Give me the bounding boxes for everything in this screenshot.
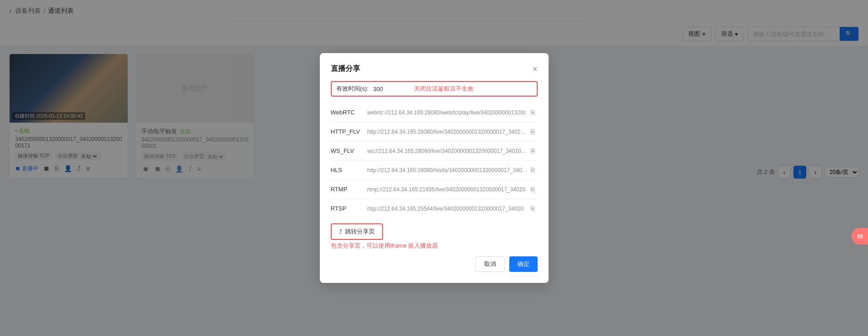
validity-input[interactable]	[373, 86, 410, 92]
httpflv-copy-button[interactable]: ⎘	[528, 127, 538, 136]
protocol-list: WebRTC webrtc://212.64.34.165:28080/webr…	[331, 103, 538, 218]
share-hint: 包含分享页，可以使用iframe 嵌入播放器	[331, 242, 538, 250]
share-page-label: 跳转分享页	[345, 228, 375, 236]
rtsp-label: RTSP	[331, 205, 367, 212]
rtmp-copy-button[interactable]: ⎘	[528, 184, 538, 194]
wsflv-url: ws://212.64.34.165:28080/live/3402000000…	[367, 148, 528, 154]
httpflv-label: HTTP_FLV	[331, 128, 367, 135]
modal-header: 直播分享 ×	[331, 64, 538, 74]
share-page-icon: ⤴	[339, 228, 342, 235]
webrtc-url: webrtc://212.64.34.165:28080/webrtc/play…	[367, 109, 528, 116]
share-page-button[interactable]: ⤴ 跳转分享页	[331, 223, 383, 240]
protocol-wsflv: WS_FLV ws://212.64.34.165:28080/live/340…	[331, 141, 538, 161]
rtsp-url: rtsp://212.64.34.165:25544/live/34020000…	[367, 206, 528, 212]
protocol-webrtc: WebRTC webrtc://212.64.34.165:28080/webr…	[331, 103, 538, 122]
protocol-hls: HLS http://212.64.34.165:28080/hls/ts/34…	[331, 161, 538, 180]
rtsp-copy-button[interactable]: ⎘	[528, 204, 538, 213]
floating-action-button[interactable]: ✉	[852, 228, 868, 244]
protocol-rtsp: RTSP rtsp://212.64.34.165:25544/live/340…	[331, 199, 538, 218]
hls-copy-button[interactable]: ⎘	[528, 165, 538, 175]
validity-label: 有效时间(s):	[336, 85, 369, 93]
cancel-button[interactable]: 取消	[475, 256, 505, 272]
hls-url: http://212.64.34.165:28080/hls/ts/340200…	[367, 167, 528, 173]
livestream-share-modal: 直播分享 × 有效时间(s): 关闭拉流鉴权后不生效 WebRTC webrtc…	[320, 53, 549, 283]
protocol-rtmp: RTMP rtmp://212.64.34.165:21935/live/340…	[331, 180, 538, 199]
rtmp-url: rtmp://212.64.34.165:21935/live/34020000…	[367, 186, 528, 193]
wsflv-label: WS_FLV	[331, 147, 367, 154]
modal-title: 直播分享	[331, 64, 360, 74]
webrtc-copy-button[interactable]: ⎘	[528, 108, 538, 117]
confirm-button[interactable]: 确定	[509, 256, 538, 272]
validity-warning: 关闭拉流鉴权后不生效	[414, 85, 474, 93]
modal-footer: 取消 确定	[331, 256, 538, 272]
httpflv-url: http://212.64.34.165:28080/live/34020000…	[367, 129, 528, 135]
modal-overlay[interactable]: 直播分享 × 有效时间(s): 关闭拉流鉴权后不生效 WebRTC webrtc…	[0, 0, 868, 336]
floating-icon: ✉	[857, 232, 863, 241]
protocol-httpflv: HTTP_FLV http://212.64.34.165:28080/live…	[331, 122, 538, 141]
modal-close-button[interactable]: ×	[533, 65, 538, 73]
wsflv-copy-button[interactable]: ⎘	[528, 146, 538, 156]
webrtc-label: WebRTC	[331, 109, 367, 116]
rtmp-label: RTMP	[331, 186, 367, 193]
hls-label: HLS	[331, 167, 367, 173]
validity-row: 有效时间(s): 关闭拉流鉴权后不生效	[331, 81, 538, 97]
